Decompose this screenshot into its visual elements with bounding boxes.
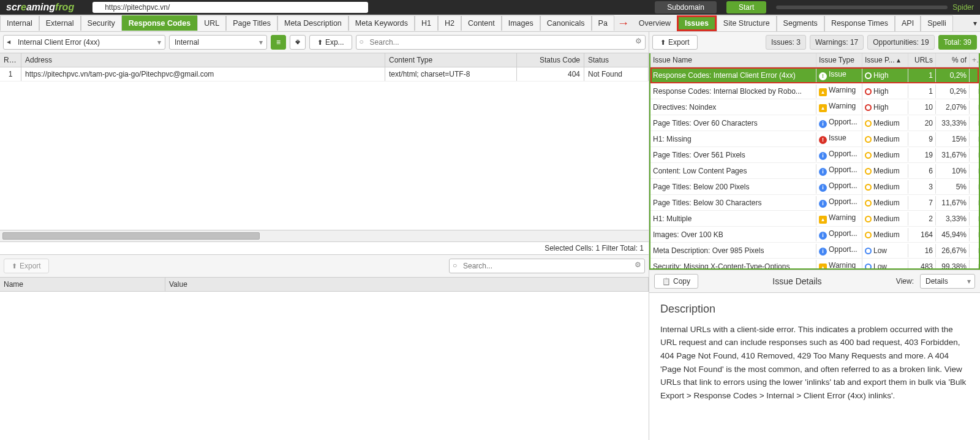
tab-pa[interactable]: Pa — [592, 15, 614, 31]
col-content-type[interactable]: Content Type — [385, 53, 517, 67]
priority-medium-icon — [865, 216, 872, 222]
tab-page-titles[interactable]: Page Titles — [226, 15, 277, 31]
issue-row[interactable]: Page Titles: Below 30 CharactersOpport..… — [650, 195, 979, 211]
right-toolbar: Export Issues: 3 Warnings: 17 Opportunit… — [649, 32, 980, 53]
bottom-search-input[interactable] — [449, 259, 645, 273]
tree-icon — [295, 38, 300, 47]
left-toolbar: Internal Client Error (4xx) Internal Exp… — [0, 32, 649, 53]
tab-meta-keywords[interactable]: Meta Keywords — [349, 15, 415, 31]
total-count-badge[interactable]: Total: 39 — [938, 35, 977, 50]
issue-row[interactable]: Meta Description: Over 985 PixelsOpport.… — [650, 243, 979, 259]
tab-canonicals[interactable]: Canonicals — [540, 15, 592, 31]
issues-count-badge[interactable]: Issues: 3 — [766, 35, 806, 50]
issue-row[interactable]: Directives: NoindexWarningHigh102,07% — [650, 99, 979, 115]
tab-h2[interactable]: H2 — [438, 15, 461, 31]
export-button[interactable]: Exp... — [309, 35, 352, 50]
warn-icon — [819, 264, 827, 268]
search-options-icon[interactable]: ⚙ — [635, 260, 641, 269]
annotation-arrow-icon: → — [614, 16, 633, 30]
priority-medium-icon — [865, 200, 872, 207]
description-heading: Description — [660, 300, 969, 318]
description-section: Description Internal URLs with a client-… — [649, 293, 980, 440]
filter-select[interactable]: Internal Client Error (4xx) — [3, 35, 165, 50]
upload-icon — [660, 38, 666, 47]
issue-icon — [819, 136, 827, 144]
opp-icon — [819, 248, 827, 256]
col-name[interactable]: Name — [0, 278, 165, 291]
opportunities-count-badge[interactable]: Opportunities: 19 — [867, 35, 934, 50]
priority-medium-icon — [865, 120, 872, 127]
tab-segments[interactable]: Segments — [777, 15, 824, 31]
search-input[interactable] — [356, 35, 646, 50]
bottom-export-button[interactable]: Export — [4, 259, 49, 273]
start-button[interactable]: Start — [726, 1, 766, 13]
col-status[interactable]: Status — [584, 53, 649, 67]
tab-meta-description[interactable]: Meta Description — [277, 15, 349, 31]
warn-icon — [819, 216, 827, 224]
tab-spelli[interactable]: Spelli — [921, 15, 953, 31]
list-view-button[interactable] — [271, 35, 286, 50]
view-select[interactable]: Details — [920, 274, 975, 289]
opp-icon — [819, 120, 827, 128]
col-status-code[interactable]: Status Code — [517, 53, 584, 67]
copy-button[interactable]: Copy — [654, 274, 698, 289]
scope-select[interactable]: Internal — [169, 35, 267, 50]
priority-high-icon — [865, 104, 872, 111]
tab-content[interactable]: Content — [461, 15, 502, 31]
issue-row[interactable]: Page Titles: Below 200 PixelsOpport...Me… — [650, 179, 979, 195]
table-row[interactable]: 1https://pitechpvc.vn/tam-pvc-gia-go/Pit… — [0, 67, 649, 82]
subdomain-button[interactable]: Subdomain — [655, 1, 717, 13]
priority-high-icon — [865, 72, 872, 79]
copy-icon — [662, 277, 671, 286]
h-scrollbar[interactable] — [0, 230, 649, 242]
tab-overflow-dropdown[interactable]: ▾ — [970, 19, 980, 28]
tab-issues[interactable]: Issues — [677, 15, 717, 31]
tab-api[interactable]: API — [895, 15, 921, 31]
tab-response-codes[interactable]: Response Codes — [122, 15, 197, 31]
tab-url[interactable]: URL — [197, 15, 226, 31]
add-column-button[interactable]: + — [970, 53, 979, 67]
issue-row[interactable]: Response Codes: Internal Blocked by Robo… — [650, 83, 979, 99]
issue-row[interactable]: H1: MultipleWarningMedium23,33% — [650, 211, 979, 227]
tab-images[interactable]: Images — [502, 15, 540, 31]
issue-row[interactable]: Page Titles: Over 561 PixelsOpport...Med… — [650, 147, 979, 163]
view-label: View: — [896, 277, 914, 286]
issue-row[interactable]: Content: Low Content PagesOpport...Mediu… — [650, 163, 979, 179]
left-pane: Internal Client Error (4xx) Internal Exp… — [0, 32, 649, 440]
issue-row[interactable]: Security: Missing X-Content-Type-Options… — [650, 259, 979, 268]
right-export-button[interactable]: Export — [652, 35, 698, 50]
issue-row[interactable]: Page Titles: Over 60 CharactersOpport...… — [650, 115, 979, 131]
opp-icon — [819, 152, 827, 160]
col-issue-name[interactable]: Issue Name — [650, 53, 816, 67]
priority-low-icon — [865, 248, 872, 254]
crawl-url-input[interactable]: https://pitechpvc.vn/ — [92, 2, 368, 13]
tab-internal[interactable]: Internal — [0, 15, 39, 31]
col-issue-priority[interactable]: Issue P... ▴ — [862, 53, 908, 67]
search-options-icon[interactable]: ⚙ — [635, 37, 642, 45]
col-pct[interactable]: % of — [936, 53, 970, 67]
col-urls[interactable]: URLs — [908, 53, 936, 67]
issue-row[interactable]: H1: MissingIssueMedium915% — [650, 131, 979, 147]
left-table-body[interactable]: 1https://pitechpvc.vn/tam-pvc-gia-go/Pit… — [0, 67, 649, 230]
overview-tab[interactable]: Overview — [633, 16, 677, 31]
priority-medium-icon — [865, 168, 872, 175]
opp-icon — [819, 184, 827, 192]
col-address[interactable]: Address — [21, 53, 385, 67]
tab-external[interactable]: External — [39, 15, 81, 31]
warn-icon — [819, 88, 827, 96]
warnings-count-badge[interactable]: Warnings: 17 — [810, 35, 864, 50]
tab-h1[interactable]: H1 — [415, 15, 438, 31]
priority-high-icon — [865, 88, 872, 95]
col-row[interactable]: Row — [0, 53, 21, 67]
col-issue-type[interactable]: Issue Type — [816, 53, 862, 67]
issues-table-header: Issue Name Issue Type Issue P... ▴ URLs … — [650, 53, 979, 67]
tree-view-button[interactable] — [290, 35, 306, 50]
issue-row[interactable]: Images: Over 100 KBOpport...Medium16445,… — [650, 227, 979, 243]
col-value[interactable]: Value — [165, 278, 649, 291]
issue-row[interactable]: Response Codes: Internal Client Error (4… — [650, 67, 979, 83]
tab-security[interactable]: Security — [81, 15, 122, 31]
warn-icon — [819, 104, 827, 112]
tab-response-times[interactable]: Response Times — [824, 15, 895, 31]
issues-table-body[interactable]: Response Codes: Internal Client Error (4… — [650, 67, 979, 268]
tab-site-structure[interactable]: Site Structure — [717, 15, 777, 31]
